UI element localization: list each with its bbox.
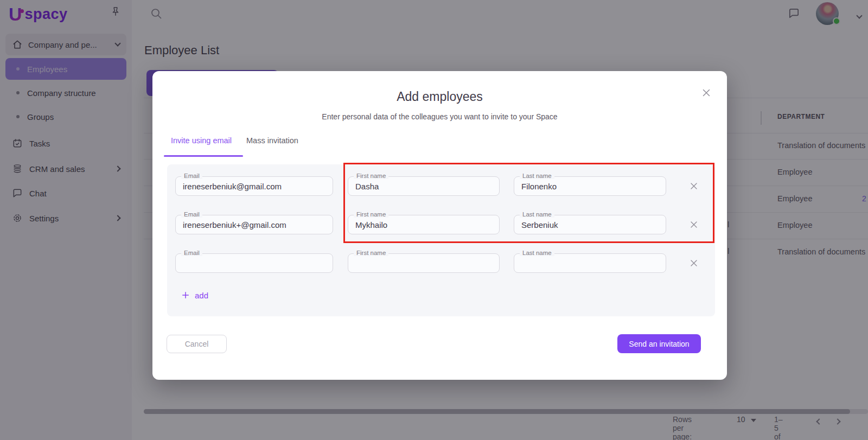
modal-subtitle: Enter personal data of the colleagues yo… <box>152 112 727 121</box>
tab-mass-invitation[interactable]: Mass invitation <box>246 136 298 145</box>
email-field: Email <box>175 253 333 273</box>
active-tab-underline <box>164 155 243 157</box>
remove-row-icon[interactable] <box>688 256 703 270</box>
app-screen: U spacy Company and pe... Employees Comp… <box>0 0 868 440</box>
first-name-input[interactable] <box>348 254 499 272</box>
annotation-box <box>343 163 714 243</box>
last-name-input[interactable] <box>514 254 666 272</box>
email-input[interactable] <box>176 254 333 272</box>
modal-title: Add employees <box>152 90 727 104</box>
cancel-button[interactable]: Cancel <box>167 335 227 353</box>
tab-invite-using-email[interactable]: Invite using email <box>171 136 232 145</box>
add-row-button[interactable]: add <box>181 290 208 300</box>
first-name-field: First name <box>348 253 500 273</box>
email-input[interactable] <box>176 177 333 195</box>
email-input[interactable] <box>176 215 333 234</box>
add-label: add <box>195 291 208 300</box>
email-field: Email <box>175 176 333 196</box>
last-name-field: Last name <box>514 253 666 273</box>
email-field: Email <box>175 215 333 234</box>
send-invitation-button[interactable]: Send an invitation <box>617 334 701 353</box>
plus-icon <box>181 290 190 300</box>
